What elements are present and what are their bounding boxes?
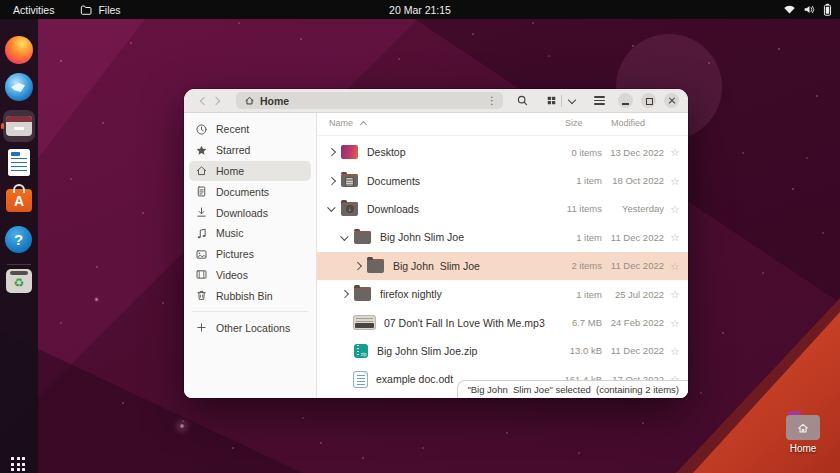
file-name: Big John Slim Joe.zip	[377, 345, 547, 357]
expander-collapsed-icon[interactable]	[329, 149, 341, 155]
desktop-icon-home[interactable]: Home	[775, 415, 831, 454]
chevron-down-icon	[567, 95, 575, 103]
home-icon	[244, 95, 255, 106]
file-row-07-don-t-fall-in-love-with-me-mp3[interactable]: 07 Don't Fall In Love With Me.mp3 6.7 MB…	[317, 308, 688, 336]
sidebar-item-label: Videos	[216, 269, 248, 281]
dock-item-rubbish-bin[interactable]: ♻	[6, 269, 32, 293]
recycle-icon: ♻	[6, 275, 32, 291]
star-icon[interactable]: ☆	[664, 317, 686, 329]
file-name: Downloads	[367, 203, 547, 215]
sidebar-item-videos[interactable]: Videos	[189, 265, 311, 286]
sidebar-item-label: Documents	[216, 186, 269, 198]
main-menu-button[interactable]	[588, 92, 610, 110]
dock-files-running-indicator	[1, 123, 4, 129]
archive-icon	[354, 344, 368, 358]
files-window: Home ⋮ Recent Starred	[184, 89, 688, 398]
clock[interactable]: 20 Mar 21:15	[0, 4, 840, 16]
dock-item-files[interactable]	[6, 116, 32, 136]
star-icon[interactable]: ☆	[664, 175, 686, 187]
star-icon[interactable]: ☆	[664, 231, 686, 243]
file-row-big-john-slim-joe-zip[interactable]: Big John Slim Joe.zip 13.0 kB 11 Dec 202…	[317, 337, 688, 365]
column-header-size[interactable]: Size	[565, 118, 583, 128]
file-modified: 11 Dec 2022	[608, 260, 664, 271]
grid-view-icon[interactable]	[541, 95, 561, 106]
dock-item-ubuntu-software[interactable]: A	[6, 189, 32, 212]
ubuntu-desktop: Activities Files 20 Mar 21:15 A ? ♻	[0, 0, 840, 473]
dock-item-help[interactable]: ?	[5, 226, 32, 253]
expander-collapsed-icon[interactable]	[355, 263, 367, 269]
sidebar-item-label: Downloads	[216, 207, 268, 219]
search-button[interactable]	[511, 92, 533, 110]
expander-expanded-icon[interactable]	[342, 236, 354, 240]
file-name: firefox nightly	[380, 288, 547, 300]
location-bar[interactable]: Home ⋮	[236, 92, 503, 109]
star-icon[interactable]: ☆	[664, 146, 686, 158]
expander-expanded-icon[interactable]	[329, 207, 341, 211]
top-bar: Activities Files 20 Mar 21:15	[0, 0, 840, 19]
expander-collapsed-icon[interactable]	[329, 178, 341, 184]
file-size: 6.7 MB	[547, 317, 602, 328]
sidebar-item-downloads[interactable]: Downloads	[189, 202, 311, 223]
app-menu-label: Files	[98, 4, 120, 16]
sidebar: Recent Starred Home Documents Downloads …	[184, 113, 317, 398]
battery-icon	[823, 3, 832, 16]
video-icon	[195, 268, 208, 281]
back-button[interactable]	[196, 93, 210, 109]
home-icon	[195, 164, 208, 177]
file-name: Documents	[367, 175, 547, 187]
system-status-area[interactable]	[783, 0, 832, 19]
back-icon	[200, 96, 208, 104]
sidebar-item-home[interactable]: Home	[189, 161, 311, 182]
view-options-button[interactable]	[562, 99, 581, 103]
folder-downloads-icon	[341, 202, 358, 216]
star-icon[interactable]: ☆	[664, 203, 686, 215]
sidebar-item-pictures[interactable]: Pictures	[189, 244, 311, 265]
music-icon	[195, 227, 208, 240]
file-modified: 13 Dec 2022	[608, 147, 664, 158]
kebab-icon[interactable]: ⋮	[487, 95, 497, 106]
sidebar-item-starred[interactable]: Starred	[189, 140, 311, 161]
activities-button[interactable]: Activities	[13, 4, 54, 16]
audio-icon	[354, 316, 375, 330]
close-button[interactable]	[664, 93, 679, 108]
show-applications-button[interactable]	[11, 457, 27, 473]
file-name: 07 Don't Fall In Love With Me.mp3	[384, 317, 547, 329]
minimize-button[interactable]	[618, 93, 633, 108]
file-modified: 25 Jul 2022	[608, 289, 664, 300]
file-modified: 18 Oct 2022	[608, 175, 664, 186]
column-header-name[interactable]: Name	[329, 118, 353, 128]
sidebar-item-recent[interactable]: Recent	[189, 119, 311, 140]
sidebar-item-documents[interactable]: Documents	[189, 181, 311, 202]
sidebar-item-label: Recent	[216, 123, 249, 135]
file-size: 2 items	[547, 260, 602, 271]
sidebar-separator	[192, 311, 308, 312]
star-icon[interactable]: ☆	[664, 345, 686, 357]
sidebar-item-music[interactable]: Music	[189, 223, 311, 244]
dock-item-libreoffice-writer[interactable]	[8, 149, 30, 176]
dock-separator	[7, 264, 31, 265]
file-modified: 11 Dec 2022	[608, 232, 664, 243]
column-header-modified[interactable]: Modified	[611, 118, 645, 128]
file-row-desktop[interactable]: Desktop 0 items 13 Dec 2022 ☆	[317, 138, 688, 166]
clock-icon	[195, 123, 208, 136]
dock-item-thunderbird[interactable]	[5, 73, 33, 101]
view-toggle[interactable]	[541, 92, 583, 110]
sidebar-item-label: Pictures	[216, 248, 254, 260]
document-icon	[354, 372, 367, 388]
folder-icon	[367, 259, 384, 273]
file-row-downloads[interactable]: Downloads 11 items Yesterday ☆	[317, 195, 688, 223]
file-row-big-john-slim-joe[interactable]: Big John Slim Joe 1 item 11 Dec 2022 ☆	[317, 223, 688, 251]
sidebar-item-other-locations[interactable]: Other Locations	[189, 317, 311, 338]
star-icon[interactable]: ☆	[664, 288, 686, 300]
file-row-big-john-slim-joe[interactable]: Big John Slim Joe 2 items 11 Dec 2022 ☆	[317, 252, 688, 280]
file-modified: 11 Dec 2022	[608, 345, 664, 356]
file-row-documents[interactable]: Documents 1 item 18 Oct 2022 ☆	[317, 166, 688, 194]
maximize-button[interactable]	[641, 93, 656, 108]
expander-collapsed-icon[interactable]	[342, 291, 354, 297]
app-menu[interactable]: Files	[80, 4, 120, 16]
file-row-firefox-nightly[interactable]: firefox nightly 1 item 25 Jul 2022 ☆	[317, 280, 688, 308]
forward-button[interactable]	[210, 93, 224, 109]
sidebar-item-rubbish-bin[interactable]: Rubbish Bin	[189, 285, 311, 306]
star-icon[interactable]: ☆	[664, 260, 686, 272]
dock-item-firefox[interactable]	[5, 36, 33, 64]
